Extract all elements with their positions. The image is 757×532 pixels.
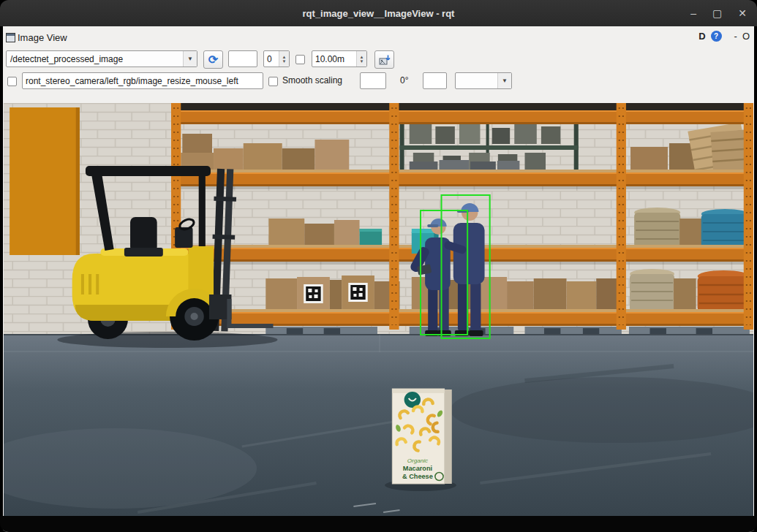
- panel-content: Image View D ? - O /detectnet_processed_…: [3, 26, 754, 532]
- warehouse-scene: Organic Macaroni & Cheese: [4, 103, 753, 516]
- window-title: rqt_image_view__ImageView - rqt: [303, 8, 455, 19]
- rqt-window: rqt_image_view__ImageView - rqt – ▢ ✕ Im…: [0, 0, 757, 532]
- spinner-arrows-icon[interactable]: ▲▼: [279, 51, 289, 66]
- rotation-spinbox[interactable]: 0 ▲▼: [263, 50, 290, 67]
- product-line3: & Cheese: [402, 473, 433, 480]
- close-button[interactable]: ✕: [738, 7, 747, 19]
- smooth-scaling-checkbox[interactable]: [268, 77, 278, 86]
- help-icon[interactable]: ?: [711, 31, 722, 42]
- chevron-down-icon: ▼: [183, 51, 197, 66]
- panel-title: Image View: [18, 32, 67, 43]
- image-view-icon: [6, 33, 15, 42]
- max-range-spinbox[interactable]: 10.00m ▲▼: [312, 50, 367, 67]
- dynamic-range-checkbox[interactable]: [295, 55, 305, 64]
- refresh-icon: ⟳: [208, 54, 218, 66]
- angle-label: 0°: [400, 75, 408, 86]
- mouse-topic-value: ront_stereo_camera/left_rgb/image_resize…: [26, 76, 238, 86]
- undock-button[interactable]: -: [734, 31, 737, 42]
- mouse-topic-field[interactable]: ront_stereo_camera/left_rgb/image_resize…: [22, 72, 263, 89]
- product-line1: Organic: [407, 457, 428, 464]
- rotation-value: 0: [264, 54, 279, 64]
- chevron-down-icon: ▼: [497, 73, 511, 88]
- panel-header: Image View D ? - O: [3, 29, 754, 47]
- maximize-button[interactable]: ▢: [712, 7, 722, 19]
- publish-click-checkbox[interactable]: [7, 77, 17, 86]
- product-line2: Macaroni: [403, 465, 432, 472]
- orange-wall: [10, 107, 80, 255]
- toolbar-row-1: /detectnet_processed_image ▼ ⟳ 0 ▲▼ 10.0…: [3, 50, 754, 69]
- rotate-field-b[interactable]: [423, 72, 447, 89]
- zoom-field[interactable]: [228, 50, 257, 67]
- titlebar[interactable]: rqt_image_view__ImageView - rqt – ▢ ✕: [0, 0, 757, 26]
- overlay-combobox[interactable]: ▼: [455, 72, 512, 89]
- toolbar-row-2: ront_stereo_camera/left_rgb/image_resize…: [3, 72, 754, 91]
- max-range-value: 10.00m: [312, 54, 356, 64]
- window-bottom-bar: [0, 516, 757, 532]
- dock-badge: D: [698, 31, 705, 42]
- topic-combobox[interactable]: /detectnet_processed_image ▼: [6, 50, 197, 67]
- refresh-topics-button[interactable]: ⟳: [203, 50, 223, 69]
- camera-image-view[interactable]: Organic Macaroni & Cheese: [4, 103, 753, 516]
- dock-close-button[interactable]: O: [742, 31, 750, 42]
- save-image-button[interactable]: [374, 50, 394, 69]
- save-image-icon: [379, 54, 391, 66]
- rotate-field-a[interactable]: [360, 72, 386, 89]
- spinner-arrows-icon[interactable]: ▲▼: [356, 51, 366, 66]
- smooth-scaling-label: Smooth scaling: [282, 75, 342, 86]
- product-box: Organic Macaroni & Cheese: [385, 389, 456, 491]
- topic-selected-value: /detectnet_processed_image: [10, 54, 123, 64]
- minimize-button[interactable]: –: [690, 7, 696, 19]
